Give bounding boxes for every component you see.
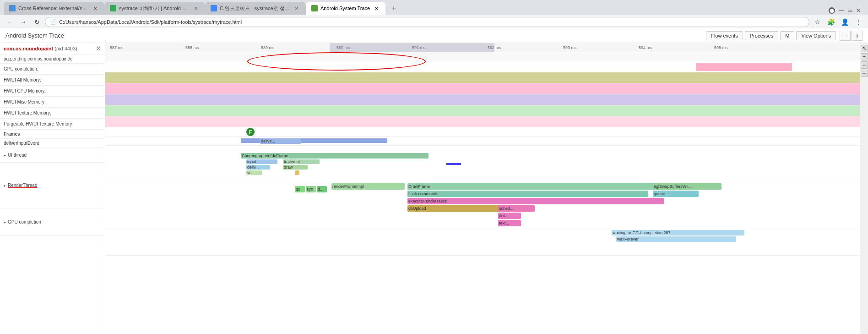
track-label-text: deliverInputEvent [4,141,39,146]
ruler-tick-588: 588 ms [185,45,199,50]
ruler-tick-593: 593 ms [563,45,577,50]
cursor-tool-button[interactable]: ↖ [861,45,868,52]
back-button[interactable]: ← [4,16,16,28]
track-render-thread[interactable]: qu syn d... renderFrameImpl DrawFrame fl… [105,182,868,228]
sched-seg[interactable]: sched... [498,205,535,212]
vi-seg[interactable]: vi... [246,170,262,175]
d-seg[interactable]: d... [317,186,327,192]
tab-close-button[interactable]: ✕ [293,5,300,12]
track-hwui-cpu[interactable] [105,83,868,94]
expand-arrow-gpu[interactable]: ▸ [4,220,6,224]
header-toolbar: Flow events Processes M View Options − + [706,31,863,41]
close-button[interactable]: ✕ [856,7,861,14]
small-yellow-seg[interactable] [295,170,299,175]
flow-events-button[interactable]: Flow events [706,31,743,40]
zoom-out-tool-button[interactable]: − [861,61,868,69]
expand-arrow-ui[interactable]: ▸ [4,153,6,158]
profile-icon[interactable]: 👤 [839,16,851,28]
restore-button[interactable]: ▭ [847,7,852,14]
tab-close-button[interactable]: ✕ [373,5,380,12]
track-hwui-all[interactable] [105,72,868,83]
flush-commands-seg[interactable]: flush commands [407,191,648,197]
tab-android-system-trace[interactable]: Android System Trace ✕ [306,2,385,15]
waiting-gpu-seg[interactable]: waiting for GPU completion 287 [612,230,744,235]
tab-close-button[interactable]: ✕ [92,5,99,12]
process-close-button[interactable]: ✕ [96,45,101,52]
wait-forever-seg[interactable]: waitForever [616,236,736,242]
app-title: Android System Trace [5,32,64,39]
track-label-ui-thread: ▸ UI thread [0,148,105,163]
processes-button[interactable]: Processes [745,31,778,40]
zoom-out-button[interactable]: − [840,31,851,41]
track-frames[interactable]: F [105,127,868,137]
address-bar[interactable]: 📄 C:/Users/hansos/AppData/Local/Android/… [45,17,809,27]
track-gpu-completion[interactable] [105,61,868,72]
track-label-text: Frames [4,131,20,137]
url-text: C:/Users/hansos/AppData/Local/Android/Sd… [59,19,242,25]
deliver-text-seg[interactable]: delive... [260,138,301,144]
zoom-in-button[interactable]: + [852,31,863,41]
extensions-icon[interactable]: 🧩 [825,16,837,28]
track-ui-thread[interactable]: Choreographer#doFrame input traversal de… [105,146,868,182]
text-seg[interactable]: text... [498,220,521,226]
fit-tool-button[interactable]: ↔ [861,70,868,77]
file-icon: 📄 [50,19,56,25]
track-label-aq-pending: aq:pending:com.os.noundopaint/c [0,55,105,64]
draw-seg[interactable]: draw [283,165,308,170]
track-deliver-input[interactable]: delive... [105,137,868,146]
tab-label: systrace 이해하기 | Android 도... [119,5,190,12]
view-options-button[interactable]: View Options [796,31,836,40]
left-panel: com.os.noundopaint (pid 4403) ✕ aq:pendi… [0,43,105,334]
bookmark-star-icon[interactable]: ☆ [811,16,823,28]
gpu-completion-segment [696,63,792,71]
tab-label: Cross Reference: /external/skia/... [18,5,89,11]
choreographer-seg[interactable]: Choreographer#doFrame [241,153,429,159]
ruler-tick-587: 587 ms [110,45,124,50]
track-label-gpu-completion: GPU completion: [0,64,105,75]
tab-android-systrace[interactable]: C 안드로이드 - systrace로 성능 분... ✕ [205,2,306,15]
app-header: Android System Trace Flow events Process… [0,28,868,43]
track-gpu-completion-bottom[interactable]: waiting for GPU completion 287 waitForev… [105,228,868,256]
track-label-text: HWUI All Memory: [4,77,41,82]
ruler-selection [330,43,494,52]
track-label-hwui-cpu: HWUI CPU Memory: [0,86,105,97]
dou-seg[interactable]: doU... [498,213,521,219]
syn-seg[interactable]: syn [306,186,316,192]
ruler-tick-589: 589 ms [261,45,275,50]
track-label-frames: Frames [0,130,105,139]
execute-render-seg[interactable]: executeRenderTasks [407,198,664,204]
tab-bar: Cross Reference: /external/skia/... ✕ sy… [0,0,868,15]
minimize-button[interactable]: ─ [839,6,844,15]
tab-close-button[interactable]: ✕ [192,5,200,12]
process-pid: (pid 4403) [54,46,77,51]
tab-systrace-intro[interactable]: systrace 이해하기 | Android 도... ✕ [104,2,205,15]
tab-cross-reference[interactable]: Cross Reference: /external/skia/... ✕ [4,2,104,15]
queue-seg[interactable]: queue... [653,191,699,197]
traversal-seg[interactable]: traversal [283,159,320,164]
track-label-text: HWUI Texture Memory: [4,110,51,115]
zoom-in-tool-button[interactable]: + [861,53,868,60]
ruler-tick-594: 594 ms [639,45,652,50]
new-tab-button[interactable]: + [387,2,400,15]
reload-button[interactable]: ↻ [31,16,43,28]
qu-seg[interactable]: qu [295,186,305,192]
forward-button[interactable]: → [17,16,29,28]
expand-arrow-render[interactable]: ▸ [4,183,6,188]
process-name-text: com.os.noundopaint [4,46,53,51]
track-label-gpu-completion-bottom: ▸ GPU completion [0,208,105,236]
egl-swap-seg[interactable]: eglSwapBuffersWit... [653,183,722,190]
track-hwui-misc[interactable] [105,94,868,105]
render-frame-impl-seg[interactable]: renderFrameImpl [331,183,405,190]
input-seg[interactable]: input [246,159,277,164]
deliv-seg[interactable]: deliv... [246,165,270,170]
tab-favicon [211,5,217,11]
track-hwui-texture[interactable] [105,105,868,116]
menu-button[interactable]: ⋮ [852,16,864,28]
track-label-deliver-input: deliverInputEvent [0,139,105,148]
track-aq-pending[interactable] [105,52,868,61]
track-label-text: HWUI CPU Memory: [4,88,46,93]
track-purgeable[interactable] [105,116,868,127]
m-button[interactable]: M [780,31,794,40]
frame-circle: F [246,128,255,136]
track-label-text: GPU completion [8,219,41,224]
